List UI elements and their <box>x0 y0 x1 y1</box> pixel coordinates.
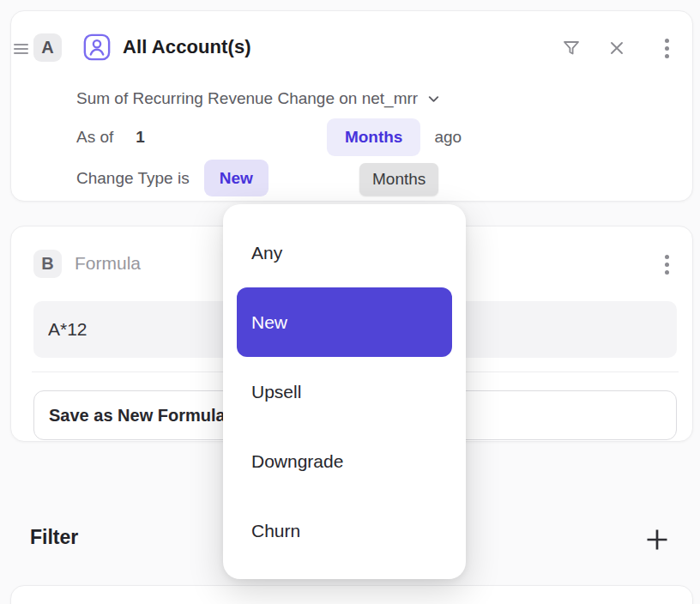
filter-section-title: Filter <box>30 526 78 549</box>
change-type-label: Change Type is <box>76 169 190 188</box>
time-unit-pill[interactable]: Months <box>327 118 421 156</box>
dropdown-option-new[interactable]: New <box>237 287 452 357</box>
card-a-title[interactable]: All Account(s) <box>123 36 251 58</box>
filter-icon[interactable] <box>561 38 582 58</box>
change-type-dropdown: Any New Upsell Downgrade Churn <box>223 204 466 579</box>
as-of-label: As of <box>76 128 113 147</box>
dropdown-option-churn[interactable]: Churn <box>237 496 452 565</box>
metric-label: Sum of Recurring Revenue Change on net_m… <box>76 89 418 108</box>
plus-icon[interactable] <box>645 528 669 552</box>
account-object-icon[interactable] <box>83 33 111 61</box>
card-b-title: Formula <box>75 253 141 274</box>
block-badge-b: B <box>33 250 62 278</box>
metric-card-a: A All Account(s) Sum of Recurring Revenu… <box>10 10 693 202</box>
dropdown-option-any[interactable]: Any <box>237 218 452 287</box>
as-of-row: As of 1 Months ago <box>76 118 462 156</box>
drag-ghost-months: Months <box>359 163 438 196</box>
chevron-down-icon <box>426 92 441 106</box>
dropdown-option-upsell[interactable]: Upsell <box>237 357 452 426</box>
dropdown-option-downgrade[interactable]: Downgrade <box>237 426 452 496</box>
metric-selector[interactable]: Sum of Recurring Revenue Change on net_m… <box>76 89 441 108</box>
kebab-menu-icon[interactable] <box>656 38 677 58</box>
as-of-suffix: ago <box>434 128 462 147</box>
close-icon[interactable] <box>606 38 627 58</box>
block-badge-a: A <box>33 33 62 62</box>
drag-handle-icon[interactable] <box>14 44 28 54</box>
as-of-value-input[interactable]: 1 <box>136 128 145 147</box>
change-type-pill[interactable]: New <box>204 160 269 196</box>
change-type-row: Change Type is New <box>76 160 269 196</box>
kebab-menu-icon[interactable] <box>656 254 677 275</box>
filter-card <box>10 585 693 604</box>
